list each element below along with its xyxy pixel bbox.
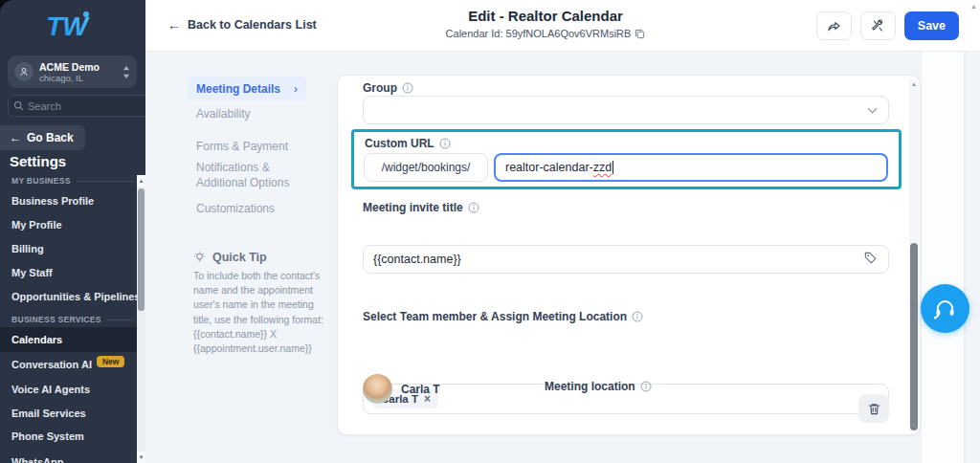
page-header: ← Back to Calendars List Edit - Realtor … [145, 0, 980, 52]
info-icon[interactable] [439, 138, 451, 149]
tab-meeting-details[interactable]: Meeting Details › [188, 77, 306, 100]
sidebar-item-opportunities-pipelines[interactable]: Opportunities & Pipelines [11, 291, 140, 302]
label-text: Custom URL [365, 137, 434, 150]
account-info: ACME Demo chicago, IL [39, 61, 122, 83]
sidebar-item-calendars[interactable]: Calendars [0, 327, 137, 352]
support-button[interactable] [921, 284, 969, 333]
label-text: Meeting location [545, 380, 635, 393]
section-divider [107, 320, 134, 320]
section-my-business: MY BUSINESS [11, 176, 134, 186]
go-back-button[interactable]: ← Go Back [0, 125, 85, 150]
text-caret [612, 161, 613, 174]
scrollbar-thumb[interactable] [910, 243, 918, 430]
tab-notifications-options[interactable]: Notifications & Additional Options [196, 161, 307, 190]
go-back-label: Go Back [27, 131, 74, 144]
sidebar-item-my-profile[interactable]: My Profile [11, 219, 62, 231]
right-divider [964, 52, 966, 463]
main-area: ▲ ← Back to Calendars List Edit - Realto… [145, 0, 980, 463]
copy-icon[interactable] [635, 29, 645, 39]
group-select[interactable] [363, 96, 889, 124]
meeting-location-label: Meeting location [545, 380, 652, 393]
sidebar-item-my-staff[interactable]: My Staff [11, 267, 53, 278]
info-icon[interactable] [640, 381, 652, 392]
tab-label: Meeting Details [196, 82, 280, 96]
meeting-details-card: Group Custom URL /widget/bookings/ realt… [337, 75, 921, 435]
custom-url-highlight-box: Custom URL /widget/bookings/ realtor-cal… [351, 129, 902, 189]
account-location: chicago, IL [39, 73, 122, 83]
sidebar-item-label: Calendars [11, 334, 62, 345]
search-input[interactable] [28, 100, 145, 112]
sidebar-item-conversation-ai[interactable]: Conversation AINew [11, 359, 124, 371]
headset-icon [932, 296, 958, 321]
svg-text:TW: TW [46, 11, 90, 41]
scroll-up-arrow[interactable]: ▲ [137, 175, 145, 187]
tab-forms-payment[interactable]: Forms & Payment [196, 140, 288, 155]
account-name: ACME Demo [39, 61, 122, 73]
back-arrow-icon: ← [10, 131, 21, 144]
sidebar: TW ACME Demo chicago, IL ctrlK ← Go Back… [0, 0, 145, 463]
label-text: Select Team member & Assign Meeting Loca… [363, 310, 627, 323]
quick-tip-header: Quick Tip [193, 251, 267, 264]
new-badge: New [97, 356, 124, 367]
url-value-typo: zzd [593, 161, 612, 174]
info-icon[interactable] [632, 311, 643, 322]
section-label: MY BUSINESS [11, 176, 71, 186]
tag-icon[interactable] [863, 251, 878, 268]
account-switcher[interactable]: ACME Demo chicago, IL [8, 55, 137, 88]
info-icon[interactable] [402, 82, 413, 94]
sidebar-item-label: Conversation AI [11, 359, 92, 370]
scroll-down-arrow[interactable]: ▼ [137, 452, 145, 463]
calendar-id-text: Calendar Id: 59yfNOLA6Qov6VRMsiRB [446, 28, 632, 39]
scroll-down-arrow[interactable]: ▼ [909, 423, 919, 429]
sidebar-search-row: ctrlK [8, 95, 137, 117]
invite-title-value: {{contact.name}} [373, 253, 461, 266]
url-prefix: /widget/bookings/ [364, 153, 488, 182]
sidebar-item-email-services[interactable]: Email Services [11, 408, 86, 419]
sidebar-item-whatsapp[interactable]: WhatsApp [11, 456, 63, 463]
custom-url-input[interactable]: realtor-calendar-zzd [494, 153, 888, 182]
scroll-gutter [922, 52, 964, 463]
sidebar-item-billing[interactable]: Billing [11, 243, 44, 254]
sidebar-scrollbar[interactable]: ▲ ▼ [137, 175, 145, 463]
card-scrollbar[interactable]: ▲ ▼ [909, 78, 919, 431]
account-sort-chevrons-icon [122, 66, 130, 78]
trash-icon [867, 402, 881, 416]
tab-customizations[interactable]: Customizations [196, 202, 275, 217]
info-icon[interactable] [468, 202, 479, 213]
header-actions: Save [816, 11, 959, 40]
invite-title-input[interactable]: {{contact.name}} [363, 245, 889, 274]
sidebar-item-phone-system[interactable]: Phone System [11, 430, 84, 442]
member-name: Carla T [401, 383, 440, 396]
back-link-label: Back to Calendars List [188, 18, 317, 32]
chevron-right-icon: › [294, 81, 298, 96]
share-icon [826, 18, 842, 34]
section-business-services: BUSINESS SERVICES [11, 315, 134, 324]
share-button[interactable] [816, 11, 852, 40]
delete-member-button[interactable] [858, 394, 889, 423]
chevron-down-icon [867, 103, 878, 117]
sidebar-item-voice-ai-agents[interactable]: Voice AI Agents [11, 384, 90, 395]
back-to-calendars-link[interactable]: ← Back to Calendars List [167, 17, 317, 33]
tab-availability[interactable]: Availability [196, 107, 250, 122]
search-icon [13, 100, 24, 111]
sidebar-item-business-profile[interactable]: Business Profile [11, 195, 94, 207]
section-divider [77, 181, 134, 182]
label-text: Meeting invite title [363, 201, 463, 214]
calendar-id: Calendar Id: 59yfNOLA6Qov6VRMsiRB [446, 28, 646, 39]
troubleshoot-button[interactable] [860, 11, 896, 40]
label-text: Group [363, 81, 397, 95]
scrollbar-thumb[interactable] [138, 188, 145, 311]
search-box[interactable]: ctrlK [8, 95, 145, 117]
quick-tip-title: Quick Tip [212, 251, 267, 264]
logo-icon: TW [38, 6, 100, 44]
save-button[interactable]: Save [904, 11, 959, 40]
settings-panel-title: Settings [10, 153, 66, 169]
page-scroll-up-arrow[interactable]: ▲ [970, 3, 977, 10]
scroll-up-arrow[interactable]: ▲ [909, 81, 919, 87]
invite-title-label: Meeting invite title [363, 201, 479, 214]
quick-tip-text: To include both the contact's name and t… [193, 269, 327, 356]
member-avatar [363, 374, 392, 404]
lightbulb-icon [193, 252, 206, 264]
team-member-label: Select Team member & Assign Meeting Loca… [363, 310, 643, 323]
url-value-base: realtor-calendar- [505, 161, 593, 174]
